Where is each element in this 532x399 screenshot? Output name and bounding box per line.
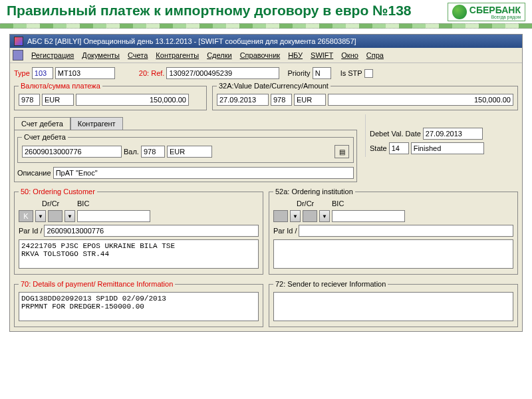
menu-bar[interactable]: Регистрация Документы Счета Контрагенты … <box>10 48 522 63</box>
decorative-strip <box>0 23 532 29</box>
currency-amount-input[interactable] <box>76 94 189 106</box>
field-32a-legend: 32A:Value Date/Currency/Amount <box>217 82 331 90</box>
oi-bic-input[interactable] <box>332 210 405 222</box>
state-text-input[interactable] <box>411 142 484 154</box>
debit-account-input[interactable] <box>22 146 122 158</box>
is-stp-checkbox[interactable] <box>364 69 373 78</box>
menu-help[interactable]: Спра <box>366 51 384 59</box>
window-title-bar: АБС Б2 [ABILYI] Операционный день 13.12.… <box>10 35 522 48</box>
oi-bic-label: BIC <box>332 200 344 207</box>
oc-k-dropdown[interactable]: ▼ <box>35 210 46 222</box>
state-code-input[interactable] <box>389 142 409 154</box>
field70-textarea[interactable] <box>19 292 259 321</box>
debet-val-date-label: Debet Val. Date <box>370 130 421 138</box>
description-input[interactable] <box>53 167 354 179</box>
type-label: Type <box>14 69 30 77</box>
f32a-amount-input[interactable] <box>328 94 513 106</box>
field70-legend: 70: Details of payment/ Remittance Infor… <box>19 280 175 288</box>
f32a-code-input[interactable] <box>271 94 292 106</box>
f32a-date-input[interactable] <box>217 94 269 106</box>
menu-window[interactable]: Окно <box>341 51 358 59</box>
oc-k-button[interactable]: K <box>19 210 33 222</box>
menu-reference[interactable]: Справочник <box>240 51 281 59</box>
page-title: Правильный платеж к импортному договору … <box>7 3 448 19</box>
oc-drcr-dropdown[interactable]: ▼ <box>65 210 75 222</box>
oc-parid-label: Par Id / <box>19 227 42 235</box>
menu-registration[interactable]: Регистрация <box>31 51 74 59</box>
is-stp-label: Is STP <box>340 69 362 77</box>
oc-bic-input[interactable] <box>77 210 150 222</box>
menu-swift[interactable]: SWIFT <box>311 51 333 59</box>
app-icon <box>14 37 23 46</box>
app-window: АБС Б2 [ABILYI] Операционный день 13.12.… <box>9 34 523 332</box>
oc-bic-label: BIC <box>77 200 89 207</box>
sberbank-logo: СБЕРБАНК Всегда рядом <box>448 3 525 21</box>
currency-cur-input[interactable] <box>42 94 74 106</box>
currency-code-input[interactable] <box>19 94 40 106</box>
oi-type-box[interactable] <box>273 210 288 222</box>
toolbar-icon[interactable] <box>13 50 23 61</box>
sberbank-slogan: Всегда рядом <box>469 15 521 19</box>
priority-label: Priority <box>287 69 310 77</box>
type-name-input[interactable] <box>55 67 115 79</box>
oc-parid-input[interactable] <box>44 225 259 237</box>
field72-textarea[interactable] <box>273 292 513 321</box>
f32a-cur-input[interactable] <box>294 94 326 106</box>
oi-parid-label: Par Id / <box>273 227 297 235</box>
oc-body-textarea[interactable] <box>19 239 259 269</box>
tab-contragent[interactable]: Контрагент <box>70 117 123 130</box>
oc-drcr-box[interactable] <box>48 210 63 222</box>
tab-debit-account[interactable]: Счет дебета <box>14 117 70 130</box>
type-code-input[interactable] <box>32 67 53 79</box>
card-icon: ▤ <box>339 148 345 156</box>
oi-drcr-dropdown[interactable]: ▼ <box>319 210 330 222</box>
oi-drcr-box[interactable] <box>303 210 317 222</box>
oi-type-dropdown[interactable]: ▼ <box>290 210 301 222</box>
ordering-institution-legend: 52a: Ordering institution <box>273 188 355 196</box>
oi-parid-input[interactable] <box>299 225 513 237</box>
sberbank-icon <box>452 5 467 19</box>
field72-legend: 72: Sender to reciever Information <box>273 280 388 288</box>
menu-accounts[interactable]: Счета <box>128 51 148 59</box>
menu-documents[interactable]: Документы <box>82 51 120 59</box>
sberbank-text: СБЕРБАНК <box>469 5 521 15</box>
currency-amount-legend: Валюта/сумма платежа <box>19 82 102 90</box>
lookup-button[interactable]: ▤ <box>334 145 349 158</box>
menu-deals[interactable]: Сделки <box>207 51 232 59</box>
ordering-customer-legend: 50: Ordering Customer <box>19 188 97 196</box>
debit-code-input[interactable] <box>141 146 165 158</box>
description-label: Описание <box>17 169 51 177</box>
oi-body-textarea[interactable] <box>273 239 513 269</box>
menu-contragents[interactable]: Контрагенты <box>156 51 199 59</box>
ref-input[interactable] <box>166 67 279 79</box>
debit-account-legend: Счет дебета <box>22 133 68 141</box>
debit-cur-input[interactable] <box>167 146 212 158</box>
oi-drcr-label: Dr/Cr <box>297 200 330 207</box>
ref-label: 20: Ref. <box>139 69 165 77</box>
menu-nbu[interactable]: НБУ <box>288 51 303 59</box>
window-title: АБС Б2 [ABILYI] Операционный день 13.12.… <box>27 37 356 45</box>
debit-val-label: Вал. <box>124 148 139 156</box>
debet-val-date-input[interactable] <box>423 128 483 140</box>
state-label: State <box>370 144 387 152</box>
priority-input[interactable] <box>313 67 331 79</box>
oc-drcr-label: Dr/Cr <box>42 200 75 207</box>
